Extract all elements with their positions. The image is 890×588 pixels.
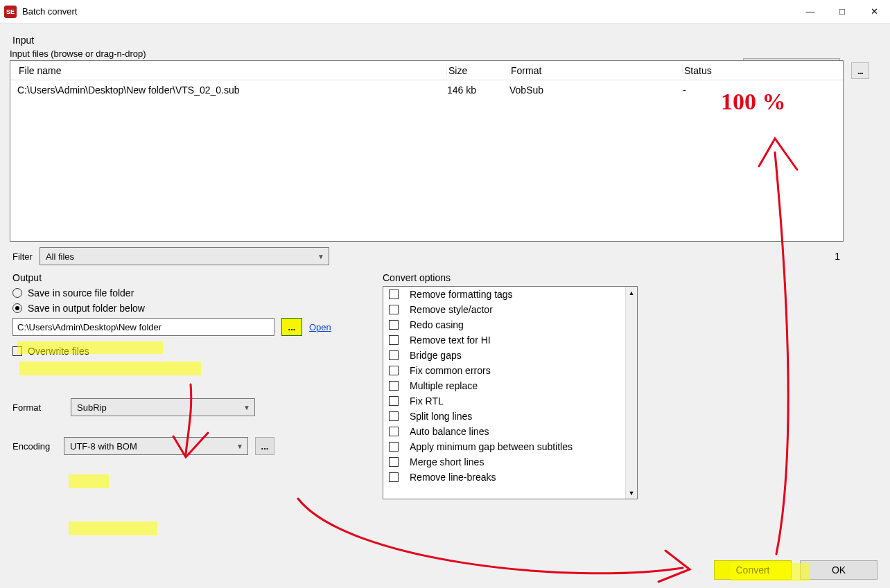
cell-size: 146 kb — [447, 84, 509, 96]
convert-option-row[interactable]: Remove style/actor — [383, 302, 637, 317]
encoding-value: UTF-8 with BOM — [70, 441, 137, 452]
convert-option-label: Remove formatting tags — [410, 289, 513, 300]
overwrite-checkbox[interactable] — [12, 346, 22, 356]
convert-option-row[interactable]: Remove line-breaks — [383, 470, 637, 485]
col-format[interactable]: Format — [509, 65, 683, 76]
convert-option-row[interactable]: Fix common errors — [383, 363, 637, 378]
file-table: ... File name Size Format Status C:\User… — [10, 60, 844, 242]
format-value: SubRip — [77, 402, 107, 413]
overflow-button[interactable]: ... — [851, 62, 869, 79]
minimize-button[interactable]: — — [794, 0, 826, 24]
encoding-label: Encoding — [12, 441, 57, 452]
convert-option-row[interactable]: Auto balance lines — [383, 424, 637, 439]
scroll-down-icon[interactable]: ▼ — [626, 487, 637, 499]
col-file-name[interactable]: File name — [17, 65, 447, 76]
convert-options-panel: Convert options Remove formatting tagsRe… — [383, 272, 638, 499]
scrollbar[interactable]: ▲ ▼ — [625, 287, 637, 499]
convert-option-checkbox[interactable] — [389, 381, 399, 391]
convert-option-row[interactable]: Multiple replace — [383, 378, 637, 393]
maximize-button[interactable]: □ — [826, 0, 858, 24]
convert-option-checkbox[interactable] — [389, 350, 399, 360]
convert-option-checkbox[interactable] — [389, 427, 399, 436]
convert-option-row[interactable]: Remove text for HI — [383, 332, 637, 348]
highlight-format — [69, 474, 109, 488]
browse-output-button[interactable]: ... — [281, 318, 302, 336]
cell-file: C:\Users\Admin\Desktop\New folder\VTS_02… — [17, 84, 447, 96]
encoding-dropdown[interactable]: UTF-8 with BOM ▼ — [64, 437, 248, 455]
convert-options-list: Remove formatting tagsRemove style/actor… — [383, 286, 638, 499]
convert-option-row[interactable]: Remove formatting tags — [383, 287, 637, 302]
input-section-label: Input — [12, 35, 882, 46]
save-below-label: Save in output folder below — [28, 303, 145, 314]
app-icon: SE — [4, 6, 17, 18]
convert-option-checkbox[interactable] — [389, 335, 399, 345]
convert-option-label: Remove line-breaks — [410, 472, 496, 483]
save-source-label: Save in source file folder — [28, 287, 134, 299]
filter-label: Filter — [12, 251, 33, 262]
close-button[interactable]: ✕ — [858, 0, 890, 24]
convert-option-label: Auto balance lines — [410, 426, 489, 437]
convert-option-row[interactable]: Apply minimum gap between subtitles — [383, 439, 637, 454]
open-output-link[interactable]: Open — [309, 322, 331, 332]
convert-option-label: Multiple replace — [410, 380, 478, 391]
save-below-radio[interactable] — [12, 303, 22, 313]
output-path-input[interactable]: C:\Users\Admin\Desktop\New folder — [12, 318, 274, 336]
convert-option-label: Merge short lines — [410, 456, 484, 467]
convert-option-checkbox[interactable] — [389, 289, 399, 299]
cell-format: VobSub — [509, 84, 683, 96]
convert-option-label: Fix common errors — [410, 365, 491, 376]
col-size[interactable]: Size — [447, 65, 509, 76]
save-source-radio[interactable] — [12, 288, 22, 298]
input-files-label: Input files (browse or drag-n-drop) — [10, 48, 882, 59]
convert-option-checkbox[interactable] — [389, 396, 399, 406]
filter-value: All files — [46, 251, 74, 262]
convert-option-row[interactable]: Bridge gaps — [383, 348, 637, 363]
highlight-encoding — [69, 522, 157, 535]
cell-status: - — [683, 84, 836, 96]
convert-option-label: Remove text for HI — [410, 335, 491, 346]
convert-options-title: Convert options — [383, 272, 638, 283]
convert-option-checkbox[interactable] — [389, 442, 399, 452]
chevron-down-icon: ▼ — [243, 404, 250, 411]
format-label: Format — [12, 402, 57, 413]
convert-option-row[interactable]: Merge short lines — [383, 454, 637, 470]
convert-option-row[interactable]: Fix RTL — [383, 393, 637, 409]
encoding-more-button[interactable]: ... — [255, 437, 274, 455]
convert-option-row[interactable]: Redo casing — [383, 317, 637, 332]
file-count: 1 — [835, 251, 840, 262]
convert-option-checkbox[interactable] — [389, 472, 399, 482]
convert-button[interactable]: Convert — [714, 560, 792, 580]
convert-option-row[interactable]: Split long lines — [383, 409, 637, 424]
convert-option-label: Apply minimum gap between subtitles — [410, 441, 573, 452]
filter-dropdown[interactable]: All files ▼ — [40, 247, 329, 265]
chevron-down-icon: ▼ — [236, 443, 243, 450]
convert-option-label: Remove style/actor — [410, 304, 493, 315]
convert-option-checkbox[interactable] — [389, 305, 399, 314]
convert-option-checkbox[interactable] — [389, 366, 399, 375]
scroll-up-icon[interactable]: ▲ — [626, 287, 637, 299]
chevron-down-icon: ▼ — [317, 253, 324, 260]
overwrite-label: Overwrite files — [28, 346, 89, 357]
convert-option-checkbox[interactable] — [389, 411, 399, 421]
convert-option-label: Redo casing — [410, 319, 464, 330]
convert-option-checkbox[interactable] — [389, 320, 399, 330]
col-status[interactable]: Status — [683, 65, 836, 76]
convert-option-checkbox[interactable] — [389, 457, 399, 467]
table-row[interactable]: C:\Users\Admin\Desktop\New folder\VTS_02… — [10, 80, 843, 100]
format-dropdown[interactable]: SubRip ▼ — [71, 398, 255, 416]
convert-option-label: Fix RTL — [410, 395, 444, 407]
output-path-value: C:\Users\Admin\Desktop\New folder — [17, 322, 162, 332]
ok-button[interactable]: OK — [800, 560, 878, 580]
convert-option-label: Split long lines — [410, 411, 472, 422]
convert-option-label: Bridge gaps — [410, 350, 462, 361]
window-title: Batch convert — [22, 6, 78, 17]
titlebar: SE Batch convert — □ ✕ — [0, 0, 890, 24]
